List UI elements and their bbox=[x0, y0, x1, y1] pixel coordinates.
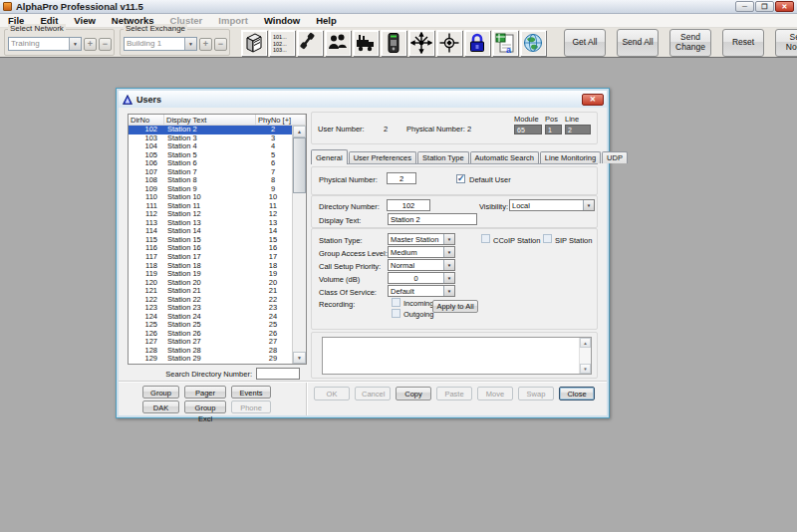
tab-udp[interactable]: UDP bbox=[602, 151, 628, 163]
list-item[interactable]: 113Station 1313 bbox=[129, 219, 292, 228]
list-item[interactable]: 108Station 88 bbox=[129, 176, 292, 185]
class-of-service-combo[interactable]: Default ▼ bbox=[388, 285, 455, 297]
globe-icon[interactable] bbox=[520, 30, 546, 56]
phone-handset-icon[interactable] bbox=[297, 30, 323, 56]
search-directory-input[interactable] bbox=[256, 368, 300, 380]
list-item[interactable]: 124Station 2424 bbox=[129, 313, 292, 322]
list-item[interactable]: 112Station 1212 bbox=[129, 210, 292, 219]
list-item[interactable]: 121Station 2121 bbox=[129, 287, 292, 296]
physical-number-input[interactable] bbox=[387, 172, 416, 184]
close-icon[interactable]: ✕ bbox=[775, 1, 794, 12]
group-excl-button[interactable]: Group Excl bbox=[184, 400, 226, 413]
list-item[interactable]: 110Station 1010 bbox=[129, 193, 292, 202]
sip-station-checkbox[interactable] bbox=[543, 234, 552, 243]
list-item[interactable]: 114Station 1414 bbox=[129, 227, 292, 236]
menu-view[interactable]: View bbox=[66, 14, 103, 28]
chevron-down-icon[interactable]: ▼ bbox=[583, 200, 594, 210]
reset-button[interactable]: Reset bbox=[722, 29, 764, 57]
chevron-down-icon[interactable]: ▼ bbox=[443, 286, 454, 296]
scrollbar-thumb[interactable] bbox=[293, 137, 306, 193]
tab-general[interactable]: General bbox=[311, 149, 348, 164]
list-item[interactable]: 105Station 55 bbox=[129, 151, 292, 160]
chevron-down-icon[interactable]: ▼ bbox=[443, 260, 454, 270]
dak-button[interactable]: DAK bbox=[142, 400, 179, 413]
display-text-input[interactable] bbox=[388, 213, 477, 225]
default-user-checkbox[interactable] bbox=[456, 174, 465, 183]
scroll-up-icon[interactable]: ▲ bbox=[293, 126, 306, 137]
list-item[interactable]: 103Station 33 bbox=[129, 134, 292, 143]
group-button[interactable]: Group bbox=[142, 386, 179, 399]
menu-window[interactable]: Window bbox=[256, 14, 308, 28]
list-item[interactable]: 117Station 1717 bbox=[129, 253, 292, 262]
scroll-up-icon[interactable]: ▲ bbox=[580, 338, 591, 348]
column-header-display-text[interactable]: Display Text bbox=[164, 115, 256, 125]
add-network-button[interactable]: + bbox=[84, 38, 97, 51]
column-header-phyno[interactable]: PhyNo [+] bbox=[256, 115, 306, 125]
call-setup-priority-combo[interactable]: Normal ▼ bbox=[388, 259, 455, 271]
door-station-icon[interactable] bbox=[381, 30, 406, 56]
crosshair-target-icon[interactable] bbox=[436, 30, 462, 56]
list-item[interactable]: 106Station 66 bbox=[129, 159, 292, 168]
network-combo[interactable]: Training ▼ bbox=[8, 37, 82, 51]
list-item[interactable]: 104Station 44 bbox=[129, 142, 292, 151]
list-item[interactable]: 102Station 22 bbox=[129, 126, 292, 134]
get-all-button[interactable]: Get All bbox=[564, 29, 606, 57]
pager-button[interactable]: Pager bbox=[184, 386, 226, 399]
exchange-server-icon[interactable] bbox=[241, 30, 267, 56]
minimize-icon[interactable]: ─ bbox=[735, 1, 754, 12]
exchange-combo[interactable]: Building 1 ▼ bbox=[124, 37, 197, 51]
close-button[interactable]: Close bbox=[559, 387, 595, 400]
send-all-button[interactable]: Send All bbox=[617, 29, 659, 57]
volume-combo[interactable]: 0 ▼ bbox=[388, 272, 455, 284]
chevron-down-icon[interactable]: ▼ bbox=[443, 273, 454, 283]
list-item[interactable]: 123Station 2323 bbox=[129, 304, 292, 313]
tab-automatic-search[interactable]: Automatic Search bbox=[470, 151, 539, 163]
list-item[interactable]: 125Station 2525 bbox=[129, 321, 292, 330]
list-item[interactable]: 127Station 2727 bbox=[129, 338, 292, 347]
users-group-icon[interactable] bbox=[325, 30, 351, 56]
security-lock-icon[interactable] bbox=[464, 30, 490, 56]
list-item[interactable]: 119Station 1919 bbox=[129, 270, 292, 279]
list-item[interactable]: 116Station 1616 bbox=[129, 244, 292, 253]
directory-numbers-icon[interactable]: 101...102...103... bbox=[269, 30, 295, 56]
visibility-combo[interactable]: Local ▼ bbox=[509, 199, 595, 211]
maximize-icon[interactable]: ❐ bbox=[755, 1, 774, 12]
group-access-level-combo[interactable]: Medium ▼ bbox=[388, 246, 455, 258]
recording-incoming-checkbox[interactable] bbox=[392, 298, 400, 307]
list-item[interactable]: 128Station 2828 bbox=[129, 347, 292, 356]
apply-to-all-button[interactable]: Apply to All bbox=[432, 300, 478, 313]
scroll-down-icon[interactable]: ▼ bbox=[293, 352, 306, 364]
list-item[interactable]: 107Station 77 bbox=[129, 168, 292, 177]
list-item[interactable]: 122Station 2222 bbox=[129, 296, 292, 305]
column-header-dirno[interactable]: DirNo bbox=[129, 115, 164, 125]
tab-line-monitoring[interactable]: Line Monitoring bbox=[540, 151, 601, 163]
chevron-down-icon[interactable]: ▼ bbox=[69, 38, 81, 50]
directory-number-input[interactable] bbox=[387, 199, 430, 211]
chevron-down-icon[interactable]: ▼ bbox=[443, 247, 454, 257]
report-export-icon[interactable]: a bbox=[492, 30, 518, 56]
ccoip-station-checkbox[interactable] bbox=[481, 234, 490, 243]
dialog-close-icon[interactable]: ✕ bbox=[582, 94, 604, 106]
list-item[interactable]: 120Station 2020 bbox=[129, 279, 292, 288]
add-exchange-button[interactable]: + bbox=[199, 38, 212, 51]
events-button[interactable]: Events bbox=[231, 386, 271, 399]
remove-exchange-button[interactable]: − bbox=[214, 38, 227, 51]
send-change-button[interactable]: Send Change bbox=[669, 29, 711, 57]
chevron-down-icon[interactable]: ▼ bbox=[184, 38, 196, 50]
tab-user-preferences[interactable]: User Preferences bbox=[349, 151, 416, 163]
list-item[interactable]: 118Station 1818 bbox=[129, 262, 292, 271]
set-node-button[interactable]: Set Node bbox=[775, 29, 797, 57]
list-item[interactable]: 109Station 99 bbox=[129, 185, 292, 194]
scroll-down-icon[interactable]: ▼ bbox=[580, 364, 591, 374]
textarea-scrollbar[interactable]: ▲ ▼ bbox=[579, 338, 591, 374]
truck-icon[interactable] bbox=[353, 30, 379, 56]
remove-network-button[interactable]: − bbox=[99, 38, 112, 51]
recording-outgoing-checkbox[interactable] bbox=[392, 309, 400, 318]
station-type-combo[interactable]: Master Station ▼ bbox=[388, 233, 455, 245]
comment-textarea[interactable]: ▲ ▼ bbox=[322, 337, 592, 375]
tab-station-type[interactable]: Station Type bbox=[417, 151, 469, 163]
list-item[interactable]: 111Station 1111 bbox=[129, 202, 292, 211]
list-item[interactable]: 129Station 2929 bbox=[129, 355, 292, 364]
list-item[interactable]: 115Station 1515 bbox=[129, 236, 292, 245]
copy-button[interactable]: Copy bbox=[396, 387, 431, 400]
